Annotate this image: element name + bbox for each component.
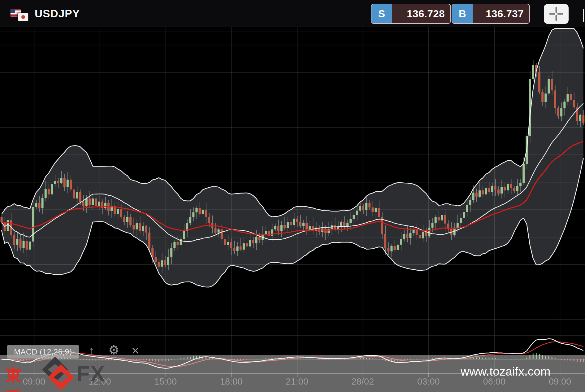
- edge-marker: [583, 9, 584, 22]
- sell-tag: S: [371, 4, 392, 23]
- brand-fx-text: FX: [77, 361, 106, 385]
- watermark-url: www.tozaifx.com: [461, 365, 550, 378]
- time-label: 21:00: [286, 377, 308, 387]
- pair-title: USDJPY: [35, 7, 80, 20]
- header-bar: USDJPY S 136.728 B 136.737: [0, 0, 585, 27]
- buy-tag: B: [452, 4, 473, 23]
- jp-flag-icon: [18, 13, 28, 21]
- sell-button[interactable]: S 136.728: [371, 4, 451, 24]
- price-chart-canvas[interactable]: [0, 0, 585, 392]
- time-label: 15:00: [154, 377, 177, 387]
- crosshair-button[interactable]: [544, 4, 569, 24]
- time-label: 18:00: [220, 377, 243, 387]
- brand-diamond-icon: [41, 356, 76, 392]
- sell-price: 136.728: [392, 4, 450, 23]
- buy-price: 136.737: [473, 4, 529, 23]
- expand-up-icon[interactable]: ↑: [89, 345, 94, 356]
- brand-kanji: 東西: [6, 365, 22, 392]
- time-label: 03:00: [417, 377, 440, 387]
- settings-gear-icon[interactable]: ⚙: [108, 344, 119, 356]
- trading-app: USDJPY S 136.728 B 136.737 MACD (12,26,9…: [0, 0, 585, 392]
- close-icon[interactable]: ✕: [131, 346, 140, 356]
- time-label: 09:00: [549, 377, 571, 387]
- buy-button[interactable]: B 136.737: [452, 4, 530, 24]
- crosshair-icon: [549, 7, 563, 21]
- time-label: 28/02: [352, 377, 374, 387]
